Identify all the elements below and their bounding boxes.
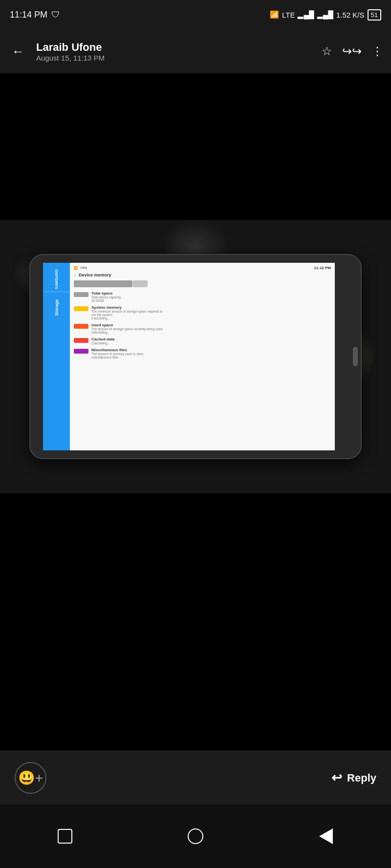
toolbar-actions: ☆ ↪↪ ⋮	[322, 44, 383, 58]
back-button[interactable]: ←	[8, 40, 28, 63]
reply-label: Reply	[347, 772, 376, 784]
battery-box: 51	[368, 9, 381, 21]
item-text-cached: Cached data Calculating...	[91, 337, 115, 345]
color-cached	[74, 338, 88, 343]
samsung-label: SAMSUNG	[54, 269, 59, 289]
color-system	[74, 306, 88, 311]
home-icon	[188, 828, 203, 844]
status-bar: 11:14 PM 🛡 📶 LTE ▂▄█ ▂▄█ 1.52 K/S 51	[0, 0, 391, 29]
screen-content: 📶 74% 11:12 PM ↓ Device memory	[70, 263, 335, 450]
forward-button[interactable]: ↪↪	[342, 44, 362, 58]
status-time: 11:14 PM	[10, 10, 47, 20]
emoji-icon: 😃+	[18, 770, 43, 786]
phone-button	[353, 347, 358, 366]
back-icon	[319, 828, 333, 844]
color-used	[74, 324, 88, 329]
bar-used	[133, 280, 148, 287]
phone-device: SAMSUNG Storage 📶 74% 11:12 PM	[29, 254, 362, 459]
message-image: SAMSUNG Storage 📶 74% 11:12 PM	[0, 230, 391, 484]
bar-total	[74, 280, 132, 287]
signal-bars-2: ▂▄█	[317, 10, 333, 19]
storage-item-total: Total space Total device capacity. 32.00…	[74, 291, 331, 302]
color-misc	[74, 349, 88, 354]
section-header: ↓ Device memory	[74, 272, 331, 277]
item-text-system: System memory The minimum amount of stor…	[91, 305, 163, 320]
action-bar: 😃+ ↩ Reply	[0, 751, 391, 804]
screen-status-icons: 📶 74%	[74, 266, 87, 270]
reply-button[interactable]: ↩ Reply	[331, 770, 376, 785]
screen-time: 11:12 PM	[314, 266, 331, 270]
storage-item-used: Used space The amount of storage space c…	[74, 323, 331, 334]
storage-label: Storage	[54, 299, 59, 316]
nav-bar	[0, 804, 391, 868]
main-content: SAMSUNG Storage 📶 74% 11:12 PM	[0, 73, 391, 821]
shield-icon: 🛡	[51, 10, 60, 20]
storage-item-cached: Cached data Calculating...	[74, 337, 331, 345]
storage-items-list: Total space Total device capacity. 32.00…	[74, 291, 331, 359]
nav-home-button[interactable]	[183, 824, 208, 848]
lte-label: LTE	[282, 11, 295, 19]
contact-info: Laraib Ufone August 15, 11:13 PM	[36, 41, 314, 62]
color-total	[74, 292, 88, 297]
star-button[interactable]: ☆	[322, 44, 332, 58]
data-speed: 1.52 K/S	[336, 11, 365, 19]
more-button[interactable]: ⋮	[371, 44, 383, 58]
signal-bars: ▂▄█	[298, 10, 314, 19]
device-memory-label: Device memory	[79, 273, 111, 277]
reply-arrow-icon: ↩	[331, 770, 342, 785]
item-text-used: Used space The amount of storage space c…	[91, 323, 163, 334]
nav-recents-button[interactable]	[53, 824, 77, 848]
message-timestamp: August 15, 11:13 PM	[36, 54, 314, 62]
storage-sidebar: SAMSUNG Storage	[43, 263, 70, 450]
storage-bars	[74, 280, 331, 287]
status-right: 📶 LTE ▂▄█ ▂▄█ 1.52 K/S 51	[270, 9, 381, 21]
item-text-misc: Miscellaneous files The amount of memory…	[91, 348, 144, 359]
phone-screen: SAMSUNG Storage 📶 74% 11:12 PM	[43, 263, 335, 450]
storage-item-system: System memory The minimum amount of stor…	[74, 305, 331, 320]
nav-back-button[interactable]	[314, 824, 338, 848]
screen-status: 📶 74% 11:12 PM	[74, 266, 331, 270]
bottom-bar: 😃+ ↩ Reply	[0, 751, 391, 868]
contact-name: Laraib Ufone	[36, 41, 314, 54]
recents-icon	[58, 829, 72, 844]
emoji-button[interactable]: 😃+	[15, 762, 46, 794]
item-text-total: Total space Total device capacity. 32.00…	[91, 291, 121, 302]
wifi-icon: 📶	[270, 10, 279, 19]
storage-item-misc: Miscellaneous files The amount of memory…	[74, 348, 331, 359]
status-left: 11:14 PM 🛡	[10, 10, 60, 20]
toolbar: ← Laraib Ufone August 15, 11:13 PM ☆ ↪↪ …	[0, 29, 391, 73]
